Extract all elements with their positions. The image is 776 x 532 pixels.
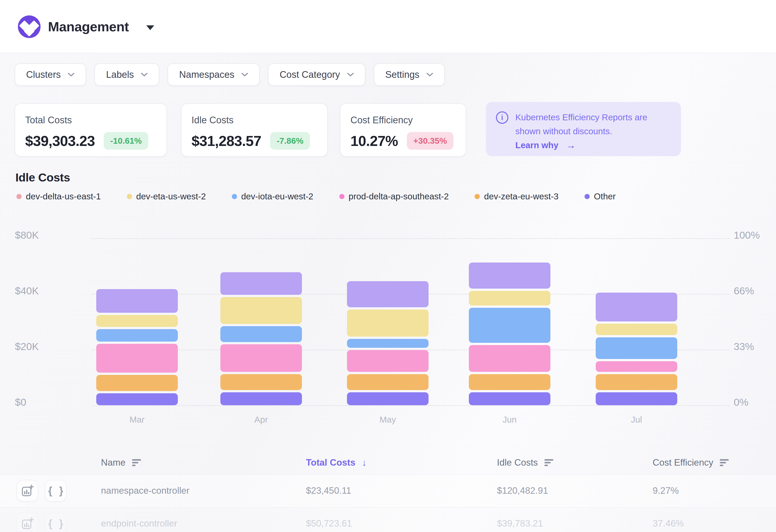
bar-segment-dev-eta-us-west-2[interactable]: [220, 297, 302, 324]
open-chart-report-button[interactable]: [16, 513, 38, 532]
sort-lines-icon: [720, 459, 730, 466]
bar-segment-dev-iota-eu-west-2[interactable]: [220, 326, 302, 342]
top-header-bar: Management: [0, 0, 776, 53]
legend-label: dev-eta-us-west-2: [136, 192, 206, 201]
stacked-bar-may[interactable]: [347, 281, 428, 405]
delta-badge: -7.86%: [270, 132, 310, 150]
stacked-bar-jun[interactable]: [469, 263, 550, 405]
learn-why-link[interactable]: Learn why: [515, 138, 558, 152]
bar-segment-dev-eta-us-west-2[interactable]: [96, 315, 178, 327]
cell-name: endpoint-controller: [101, 507, 177, 532]
chart-plus-icon: [21, 517, 34, 530]
filter-button-cost-category[interactable]: Cost Category: [268, 63, 365, 86]
bar-segment-prod-delta-ap-southeast-2[interactable]: [596, 361, 677, 372]
metric-card-value-row: $39,303.23-10.61%: [25, 132, 157, 150]
bar-segment-dev-zeta-eu-west-3[interactable]: [347, 374, 428, 390]
y-axis-left-tick: $80K: [15, 230, 74, 241]
bar-segment-Other[interactable]: [469, 392, 550, 405]
bar-segment-dev-zeta-eu-west-3[interactable]: [96, 375, 178, 391]
bar-segment-dev-iota-eu-west-2[interactable]: [347, 339, 428, 348]
bar-segment-Other[interactable]: [347, 392, 428, 405]
cell-cost_efficiency: 37.46%: [653, 507, 684, 532]
legend-item-dev-zeta-eu-west-3[interactable]: dev-zeta-eu-west-3: [474, 192, 559, 201]
arrow-right-icon[interactable]: →: [566, 138, 576, 152]
bar-segment-dev-iota-eu-west-2[interactable]: [596, 337, 677, 359]
legend-item-prod-delta-ap-southeast-2[interactable]: prod-delta-ap-southeast-2: [339, 192, 449, 201]
filter-button-clusters[interactable]: Clusters: [15, 63, 86, 86]
metric-card-title: Cost Efficiency: [351, 115, 456, 125]
x-axis-label-jun: Jun: [469, 415, 550, 425]
filter-button-labels[interactable]: Labels: [94, 63, 159, 86]
view-yaml-button[interactable]: { }: [45, 513, 67, 532]
metric-card-title: Idle Costs: [192, 115, 317, 125]
legend-dot-icon: [339, 194, 345, 199]
column-header-label: Idle Costs: [497, 458, 538, 468]
bar-segment-dev-delta-us-east-1[interactable]: [469, 263, 550, 289]
cell-total_costs: $23,450.11: [306, 474, 351, 507]
legend-item-Other[interactable]: Other: [584, 192, 616, 201]
table-row: { }endpoint-controller$50,723.61$39,783.…: [0, 507, 776, 532]
bar-segment-Other[interactable]: [596, 392, 677, 405]
column-header-total-costs[interactable]: Total Costs↓: [306, 457, 367, 468]
legend-label: prod-delta-ap-southeast-2: [349, 192, 449, 201]
legend-label: dev-delta-us-east-1: [26, 192, 101, 201]
title-dropdown-caret-icon[interactable]: [146, 25, 154, 30]
bar-segment-prod-delta-ap-southeast-2[interactable]: [469, 345, 550, 372]
bar-segment-dev-zeta-eu-west-3[interactable]: [469, 374, 550, 390]
stacked-bar-apr[interactable]: [220, 272, 302, 405]
x-axis-label-apr: Apr: [220, 415, 302, 425]
bar-segment-dev-eta-us-west-2[interactable]: [469, 291, 550, 305]
column-header-cost-efficiency[interactable]: Cost Efficiency: [653, 457, 730, 468]
bar-segment-dev-eta-us-west-2[interactable]: [596, 324, 677, 335]
filter-label: Clusters: [26, 69, 61, 80]
filter-label: Settings: [385, 69, 419, 80]
y-axis-right-tick: 100%: [734, 230, 776, 241]
view-yaml-button[interactable]: { }: [45, 480, 67, 502]
legend-dot-icon: [16, 194, 22, 199]
y-axis-left-tick: $40K: [15, 285, 74, 296]
banner-body: Kubernetes Efficiency Reports are shown …: [515, 110, 659, 148]
stacked-bar-jul[interactable]: [596, 293, 677, 405]
y-axis-left-tick: $0: [15, 397, 74, 408]
app-logo-icon[interactable]: [18, 15, 40, 38]
bar-segment-prod-delta-ap-southeast-2[interactable]: [96, 344, 178, 373]
bar-segment-Other[interactable]: [96, 393, 178, 405]
bar-segment-dev-delta-us-east-1[interactable]: [220, 272, 302, 295]
metric-card-value: $39,303.23: [25, 132, 95, 149]
metric-card-title: Total Costs: [25, 115, 157, 125]
bar-segment-dev-delta-us-east-1[interactable]: [96, 289, 178, 313]
y-axis-right-tick: 0%: [734, 397, 776, 408]
filter-button-settings[interactable]: Settings: [374, 63, 445, 86]
bar-segment-dev-iota-eu-west-2[interactable]: [96, 329, 178, 341]
bar-segment-dev-delta-us-east-1[interactable]: [347, 281, 428, 307]
banner-text: Kubernetes Efficiency Reports are shown …: [515, 110, 659, 138]
legend-item-dev-iota-eu-west-2[interactable]: dev-iota-eu-west-2: [232, 192, 314, 201]
delta-badge: +30.35%: [407, 132, 453, 150]
bar-segment-prod-delta-ap-southeast-2[interactable]: [220, 344, 302, 372]
bar-segment-dev-eta-us-west-2[interactable]: [347, 309, 428, 337]
y-axis-right-tick: 66%: [734, 285, 776, 296]
metric-card-total-costs: Total Costs$39,303.23-10.61%: [15, 103, 167, 157]
bar-segment-dev-zeta-eu-west-3[interactable]: [220, 374, 302, 390]
chevron-down-icon: [68, 72, 74, 77]
column-header-label: Cost Efficiency: [653, 458, 713, 468]
bar-segment-dev-iota-eu-west-2[interactable]: [469, 308, 550, 343]
filter-button-namespaces[interactable]: Namespaces: [168, 63, 260, 86]
filter-label: Labels: [106, 69, 134, 80]
metric-card-idle-costs: Idle Costs$31,283.57-7.86%: [181, 103, 328, 157]
bar-segment-prod-delta-ap-southeast-2[interactable]: [347, 350, 428, 372]
bar-segment-dev-delta-us-east-1[interactable]: [596, 293, 677, 321]
stacked-bar-mar[interactable]: [96, 289, 178, 405]
code-braces-icon: { }: [48, 485, 65, 497]
column-header-idle-costs[interactable]: Idle Costs: [497, 457, 554, 468]
info-icon: i: [496, 111, 509, 124]
open-chart-report-button[interactable]: [16, 480, 38, 502]
bar-segment-dev-zeta-eu-west-3[interactable]: [596, 374, 677, 390]
cell-cost_efficiency: 9.27%: [653, 474, 679, 507]
legend-item-dev-eta-us-west-2[interactable]: dev-eta-us-west-2: [127, 192, 206, 201]
column-header-name[interactable]: Name: [101, 457, 142, 468]
legend-item-dev-delta-us-east-1[interactable]: dev-delta-us-east-1: [16, 192, 101, 201]
bar-segment-Other[interactable]: [220, 392, 302, 405]
filter-bar: ClustersLabelsNamespacesCost CategorySet…: [15, 63, 445, 86]
column-header-label: Name: [101, 458, 126, 468]
